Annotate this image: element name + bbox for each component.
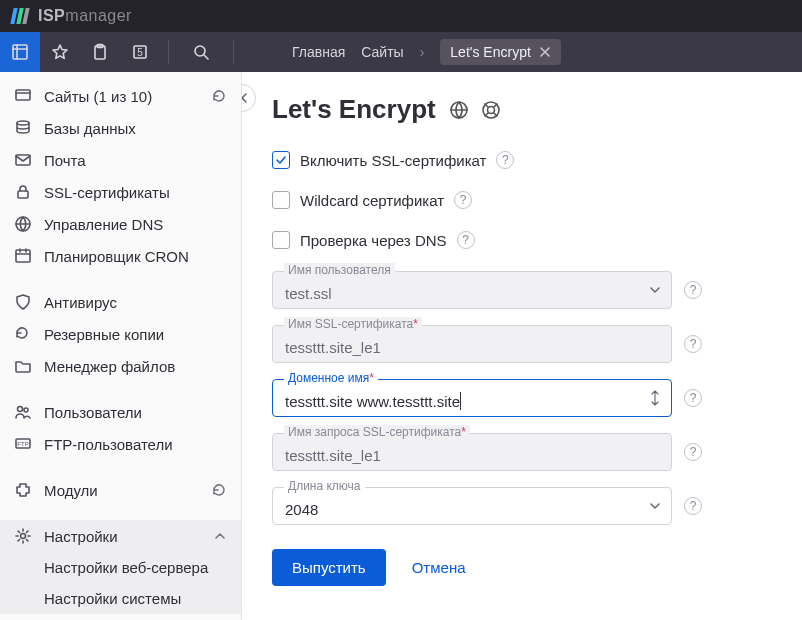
sidebar-item-label: Планировщик CRON <box>44 248 189 265</box>
field-value: test.ssl <box>285 285 332 302</box>
sidebar-sub-webserver[interactable]: Настройки веб-сервера <box>0 552 241 583</box>
svg-rect-6 <box>16 90 30 100</box>
sidebar-item-antivirus[interactable]: Антивирус <box>0 286 241 318</box>
field-label: Имя пользователя <box>284 263 395 277</box>
toolbar-sessions-button[interactable]: 5 <box>120 32 160 72</box>
sidebar-item-files[interactable]: Менеджер файлов <box>0 350 241 382</box>
sidebar-item-modules[interactable]: Модули <box>0 474 241 506</box>
toolbar-clipboard-button[interactable] <box>80 32 120 72</box>
field-domain: Доменное имя* tessttt.site www.tessttt.s… <box>272 379 772 417</box>
lifebuoy-icon[interactable] <box>480 99 502 121</box>
backup-icon <box>14 325 32 343</box>
expand-textarea-icon[interactable] <box>648 389 662 407</box>
help-icon[interactable]: ? <box>684 443 702 461</box>
sidebar-item-label: Модули <box>44 482 98 499</box>
svg-text:5: 5 <box>137 47 143 58</box>
checkbox-enable-ssl[interactable] <box>272 151 290 169</box>
sidebar-sub-system[interactable]: Настройки системы <box>0 583 241 614</box>
sidebar-item-mail[interactable]: Почта <box>0 144 241 176</box>
sidebar-item-dns[interactable]: Управление DNS <box>0 208 241 240</box>
toolbar-ribbon-button[interactable] <box>0 32 40 72</box>
sidebar-item-sites[interactable]: Сайты (1 из 10) <box>0 80 241 112</box>
logo: ISPmanager <box>12 7 132 25</box>
sidebar-item-label: Сайты (1 из 10) <box>44 88 152 105</box>
field-label: Имя запроса SSL-сертификата* <box>284 425 470 439</box>
checkbox-dns-check[interactable] <box>272 231 290 249</box>
svg-point-7 <box>17 121 29 125</box>
close-tab-icon[interactable] <box>539 46 551 58</box>
help-icon[interactable]: ? <box>496 151 514 169</box>
toolbar-search-button[interactable] <box>177 43 225 61</box>
help-icon[interactable]: ? <box>684 389 702 407</box>
field-label: Доменное имя* <box>284 371 378 385</box>
help-icon[interactable]: ? <box>684 497 702 515</box>
svg-rect-0 <box>13 45 27 59</box>
form-actions: Выпустить Отмена <box>272 549 772 586</box>
dns-icon <box>14 215 32 233</box>
field-value: tessttt.site www.tessttt.site <box>285 393 460 410</box>
svg-point-12 <box>18 407 23 412</box>
sidebar-item-settings[interactable]: Настройки <box>0 520 241 552</box>
sidebar-item-label: Резервные копии <box>44 326 164 343</box>
checkbox-enable-ssl-row: Включить SSL-сертификат ? <box>272 151 772 169</box>
breadcrumb-home[interactable]: Главная <box>292 44 345 60</box>
field-keylength: Длина ключа 2048 ? <box>272 487 772 525</box>
sidebar-item-ftp-users[interactable]: FTP FTP-пользователи <box>0 428 241 460</box>
checkbox-label: Включить SSL-сертификат <box>300 152 486 169</box>
breadcrumb: Главная Сайты › Let's Encrypt <box>292 39 561 65</box>
refresh-icon[interactable] <box>211 482 227 498</box>
breadcrumb-current-tab[interactable]: Let's Encrypt <box>440 39 561 65</box>
help-icon[interactable]: ? <box>454 191 472 209</box>
sidebar-item-label: Антивирус <box>44 294 117 311</box>
field-label: Имя SSL-сертификата* <box>284 317 422 331</box>
page-title: Let's Encrypt <box>272 94 772 125</box>
checkbox-label: Wildcard сертификат <box>300 192 444 209</box>
toolbar-favorites-button[interactable] <box>40 32 80 72</box>
logo-bars-icon <box>12 8 28 24</box>
sidebar-item-label: Почта <box>44 152 86 169</box>
sidebar-item-label: FTP-пользователи <box>44 436 173 453</box>
modules-icon <box>14 481 32 499</box>
field-username: Имя пользователя test.ssl ? <box>272 271 772 309</box>
sidebar-item-cron[interactable]: Планировщик CRON <box>0 240 241 272</box>
field-csr-name: Имя запроса SSL-сертификата* tessttt.sit… <box>272 433 772 471</box>
svg-rect-11 <box>16 250 30 262</box>
chevron-down-icon <box>648 283 662 297</box>
globe-icon[interactable] <box>448 99 470 121</box>
help-icon[interactable]: ? <box>684 335 702 353</box>
breadcrumb-sites[interactable]: Сайты <box>361 44 403 60</box>
checkbox-label: Проверка через DNS <box>300 232 447 249</box>
calendar-icon <box>14 247 32 265</box>
sidebar-item-label: SSL-сертификаты <box>44 184 170 201</box>
svg-point-16 <box>21 534 26 539</box>
svg-point-13 <box>24 408 28 412</box>
submit-button[interactable]: Выпустить <box>272 549 386 586</box>
svg-rect-9 <box>18 191 28 198</box>
cancel-button[interactable]: Отмена <box>412 559 466 576</box>
ftp-icon: FTP <box>14 435 32 453</box>
svg-text:FTP: FTP <box>17 441 28 447</box>
checkbox-wildcard-row: Wildcard сертификат ? <box>272 191 772 209</box>
sidebar-item-databases[interactable]: Базы данных <box>0 112 241 144</box>
lock-icon <box>14 183 32 201</box>
field-label: Длина ключа <box>284 479 365 493</box>
help-icon[interactable]: ? <box>684 281 702 299</box>
toolbar: 5 Главная Сайты › Let's Encrypt <box>0 32 802 72</box>
sidebar-item-label: Базы данных <box>44 120 136 137</box>
mail-icon <box>14 151 32 169</box>
panel-close-button[interactable] <box>242 84 256 112</box>
help-icon[interactable]: ? <box>457 231 475 249</box>
sidebar-item-label: Управление DNS <box>44 216 163 233</box>
checkbox-wildcard[interactable] <box>272 191 290 209</box>
sidebar-item-label: Менеджер файлов <box>44 358 175 375</box>
logo-text: ISPmanager <box>38 7 132 25</box>
field-value: tessttt.site_le1 <box>285 447 381 464</box>
chevron-down-icon <box>648 499 662 513</box>
sidebar-item-users[interactable]: Пользователи <box>0 396 241 428</box>
gear-icon <box>14 527 32 545</box>
sidebar-item-backups[interactable]: Резервные копии <box>0 318 241 350</box>
sidebar-item-label: Пользователи <box>44 404 142 421</box>
refresh-icon[interactable] <box>211 88 227 104</box>
sidebar-item-ssl[interactable]: SSL-сертификаты <box>0 176 241 208</box>
sites-icon <box>14 87 32 105</box>
